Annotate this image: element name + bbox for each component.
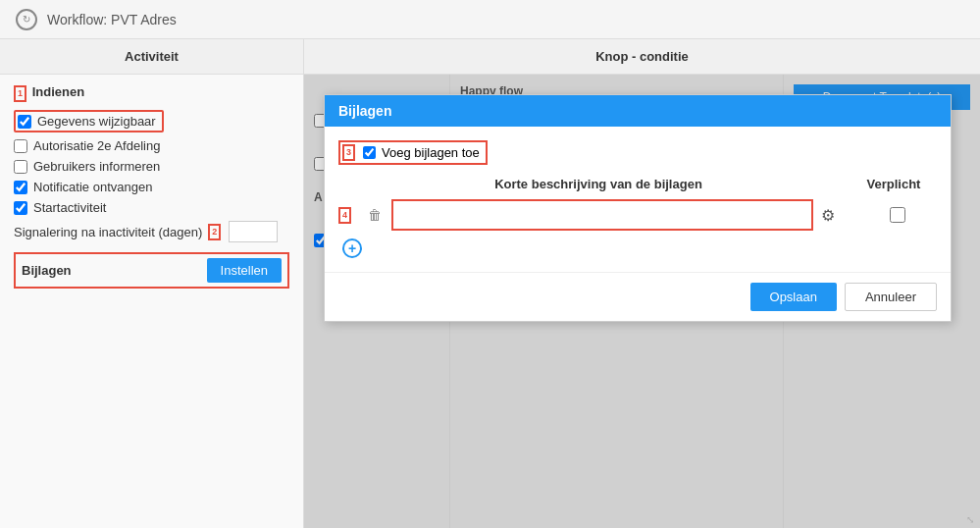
autorisatie-row: Autorisatie 2e Afdeling xyxy=(14,138,289,153)
startactiviteit-label: Startactiviteit xyxy=(33,200,106,215)
modal-body: 3 Voeg bijlagen toe Korte beschrijving v… xyxy=(325,127,951,272)
main-content: Activiteit 1 Indienen Gegevens wijzigbaa… xyxy=(0,39,980,528)
voeg-bijlagen-label: Voeg bijlagen toe xyxy=(382,145,480,160)
activiteit-header: Activiteit xyxy=(0,39,303,75)
col-req-header: Verplicht xyxy=(854,177,933,191)
gebruikers-informeren-row: Gebruikers informeren xyxy=(14,159,289,174)
bijlagen-row: Bijlagen Instellen xyxy=(14,252,289,289)
col-desc-header: Korte beschrijving van de bijlagen xyxy=(372,177,825,191)
annotation-4: 4 xyxy=(338,207,351,224)
gegevens-wijzigbaar-row: Gegevens wijzigbaar xyxy=(14,110,289,132)
gegevens-wijzigbaar-checkbox[interactable] xyxy=(18,115,31,129)
modal-overlay: Bijlagen 3 Voeg bijlagen toe xyxy=(304,75,980,528)
desc-input[interactable] xyxy=(393,201,811,229)
autorisatie-label: Autorisatie 2e Afdeling xyxy=(33,138,160,153)
resize-handle[interactable]: ⤡ xyxy=(966,514,978,526)
modal-header: Bijlagen xyxy=(325,95,951,127)
delete-icon[interactable]: 🗑 xyxy=(366,206,384,224)
indienen-label: 1 Indienen xyxy=(14,84,289,102)
add-icon[interactable]: + xyxy=(342,238,362,258)
annotation-2: 2 xyxy=(208,224,221,240)
signalering-input[interactable] xyxy=(229,221,278,242)
voeg-bijlagen-checkbox[interactable] xyxy=(363,146,376,159)
instellen-button[interactable]: Instellen xyxy=(207,258,282,283)
gegevens-wijzigbaar-highlight: Gegevens wijzigbaar xyxy=(14,110,164,132)
notificatie-ontvangen-row: Notificatie ontvangen xyxy=(14,180,289,194)
notificatie-ontvangen-checkbox[interactable] xyxy=(14,181,27,194)
table-row: 4 🗑 ⚙ xyxy=(338,199,937,231)
top-bar: ↻ Workflow: PVT Adres xyxy=(0,0,980,39)
modal-title: Bijlagen xyxy=(338,103,391,119)
gear-icon[interactable]: ⚙ xyxy=(821,206,835,225)
notificatie-ontvangen-label: Notificatie ontvangen xyxy=(33,180,152,194)
desc-input-wrapper: ⚙ xyxy=(391,199,813,231)
knop-conditie-header: Knop - conditie xyxy=(304,39,980,75)
gebruikers-informeren-checkbox[interactable] xyxy=(14,160,27,174)
voeg-bijlagen-row: 3 Voeg bijlagen toe xyxy=(338,140,937,165)
modal-footer: Opslaan Annuleer xyxy=(325,272,951,321)
voeg-bijlagen-highlight: 3 Voeg bijlagen toe xyxy=(338,140,488,165)
signalering-label: Signalering na inactiviteit (dagen) xyxy=(14,225,202,239)
annotation-1: 1 xyxy=(14,85,26,102)
right-panel-content: A Happy flow Notificatie verzenden i xyxy=(304,75,980,528)
gebruikers-informeren-label: Gebruikers informeren xyxy=(33,159,160,174)
opslaan-button[interactable]: Opslaan xyxy=(750,283,837,311)
activiteit-content: 1 Indienen Gegevens wijzigbaar Autorisat… xyxy=(0,75,303,528)
page-title: Workflow: PVT Adres xyxy=(47,12,177,27)
workflow-icon: ↻ xyxy=(16,9,37,30)
bijlagen-label: Bijlagen xyxy=(22,263,72,278)
req-checkbox-cell xyxy=(858,207,937,223)
autorisatie-checkbox[interactable] xyxy=(14,139,27,153)
activiteit-panel: Activiteit 1 Indienen Gegevens wijzigbaa… xyxy=(0,39,304,528)
add-row: + xyxy=(338,238,937,258)
annotation-3: 3 xyxy=(342,144,355,161)
annuleer-button[interactable]: Annuleer xyxy=(845,283,937,311)
bijlagen-modal: Bijlagen 3 Voeg bijlagen toe xyxy=(324,94,952,322)
req-checkbox[interactable] xyxy=(890,207,905,223)
startactiviteit-checkbox[interactable] xyxy=(14,201,27,215)
knop-conditie-panel: Knop - conditie A xyxy=(304,39,980,528)
signalering-row: Signalering na inactiviteit (dagen) 2 xyxy=(14,221,289,242)
gegevens-wijzigbaar-label: Gegevens wijzigbaar xyxy=(37,114,156,129)
table-header: Korte beschrijving van de bijlagen Verpl… xyxy=(338,177,937,191)
startactiviteit-row: Startactiviteit xyxy=(14,200,289,215)
